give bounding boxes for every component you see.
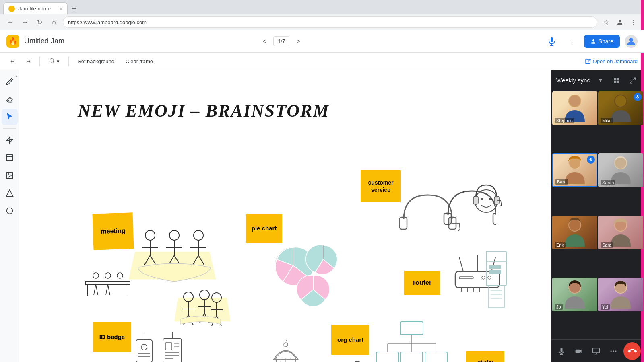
sticky-meeting[interactable]: meeting (92, 212, 134, 250)
sticky-router[interactable]: router (404, 271, 440, 295)
top-toolbar: 🔥 Untitled Jam < 1/7 > ⋮ Share (0, 30, 644, 53)
svg-point-64 (481, 198, 483, 200)
svg-point-45 (200, 290, 209, 300)
shape-tool[interactable] (2, 185, 18, 201)
frame-next-btn[interactable]: > (293, 36, 304, 47)
browser-controls: ← → ↻ ⌂ https://www.jamboard.google.com … (0, 14, 644, 30)
meeting-illustration (130, 225, 219, 298)
sticky-org-chart[interactable]: org chart (331, 325, 369, 355)
mike-name: Mike (601, 118, 613, 123)
svg-line-114 (280, 358, 281, 362)
browser-actions: ☆ ⋮ (601, 16, 639, 28)
profile-btn[interactable] (614, 16, 625, 28)
svg-point-34 (105, 273, 111, 278)
whiteboard[interactable]: NEW EMOJI – BRAINSTORM meeting pie chart… (19, 70, 551, 362)
clear-frame-btn[interactable]: Clear frame (122, 56, 157, 67)
share-button[interactable]: Share (584, 35, 620, 48)
svg-line-29 (192, 255, 198, 265)
video-more-btn[interactable] (607, 344, 621, 358)
address-bar[interactable]: https://www.jamboard.google.com (63, 16, 597, 28)
present-btn[interactable] (589, 344, 603, 358)
bookmark-btn[interactable]: ☆ (601, 16, 612, 28)
device-right-illustration (484, 249, 516, 318)
erik-name: Erik (555, 242, 566, 248)
set-background-btn[interactable]: Set background (74, 56, 118, 67)
frame-prev-btn[interactable]: < (259, 36, 270, 47)
svg-point-16 (145, 230, 155, 240)
open-jamboard-label: Open on Jamboard (593, 58, 638, 64)
user-avatar[interactable] (625, 35, 638, 48)
svg-rect-108 (425, 352, 447, 362)
svg-point-33 (93, 273, 99, 278)
svg-rect-81 (489, 265, 501, 269)
open-jamboard-btn[interactable]: Open on Jamboard (585, 58, 638, 65)
svg-rect-72 (459, 277, 473, 279)
video-camera-btn[interactable] (572, 344, 586, 358)
video-mic-btn[interactable] (555, 344, 569, 358)
url-text: https://www.jamboard.google.com (68, 19, 147, 25)
svg-rect-10 (6, 155, 12, 161)
undo-btn[interactable]: ↩ (6, 56, 19, 67)
browser-chrome: Jam file name × + ← → ↻ ⌂ https://www.ja… (0, 0, 644, 30)
tool-divider-1 (3, 128, 16, 129)
sticky-pie-chart[interactable]: pie chart (246, 214, 282, 243)
refresh-btn[interactable]: ↻ (34, 16, 45, 28)
eraser-tool[interactable] (2, 91, 18, 107)
meeting-header: Weekly sync ▾ (551, 70, 644, 90)
sticky-note-tool[interactable] (2, 150, 18, 166)
mike-speaking-indicator (634, 93, 642, 101)
tab-close-btn[interactable]: × (60, 6, 62, 12)
meeting-dropdown-btn[interactable]: ▾ (594, 74, 607, 87)
hangup-button[interactable] (623, 342, 641, 360)
new-tab-btn[interactable]: + (68, 3, 80, 14)
small-desk-illustration (84, 267, 132, 300)
jo-name: Jo (555, 304, 563, 310)
redo-btn[interactable]: ↪ (22, 56, 35, 67)
svg-rect-107 (400, 352, 423, 362)
svg-point-155 (613, 350, 614, 352)
svg-rect-129 (614, 80, 616, 83)
circle-tool[interactable] (2, 203, 18, 219)
more-options-btn[interactable]: ⋮ (565, 34, 579, 49)
svg-rect-82 (489, 270, 501, 274)
svg-point-65 (489, 198, 491, 200)
video-controls (551, 339, 644, 362)
forward-btn[interactable]: → (19, 16, 31, 28)
stephen-name: Stephen (555, 118, 574, 123)
participant-yol: Yol (598, 278, 643, 311)
meeting-grid-btn[interactable] (610, 74, 623, 87)
frame-indicator[interactable]: 1/7 (273, 36, 289, 46)
app-title[interactable]: Untitled Jam (24, 37, 254, 45)
back-btn[interactable]: ← (5, 16, 16, 28)
image-tool[interactable] (2, 167, 18, 183)
active-tab[interactable]: Jam file name × (3, 2, 68, 14)
svg-line-118 (286, 340, 287, 343)
home-btn[interactable]: ⌂ (48, 16, 60, 28)
zoom-arrow: ▾ (57, 58, 60, 64)
zoom-btn[interactable]: ▾ (45, 55, 64, 68)
extensions-btn[interactable]: ⋮ (628, 16, 639, 28)
svg-point-132 (569, 95, 580, 107)
app-container: 🔥 Untitled Jam < 1/7 > ⋮ Share ↩ ↪ (0, 30, 644, 362)
pen-tool[interactable]: ▾ (2, 74, 18, 90)
svg-point-156 (615, 350, 616, 352)
dropdown-icon: ▾ (599, 76, 602, 84)
select-tool[interactable] (2, 109, 18, 125)
sticky-sticky-note[interactable]: sticky note (466, 351, 504, 362)
svg-line-30 (198, 255, 204, 265)
share-label: Share (599, 38, 613, 45)
participant-erik: Erik (552, 216, 597, 249)
undo-icon: ↩ (10, 58, 15, 64)
meeting-expand-btn[interactable] (626, 74, 639, 87)
sticky-id-badge[interactable]: ID badge (93, 322, 131, 352)
mic-button[interactable] (544, 33, 560, 49)
board-title: NEW EMOJI – BRAINSTORM (78, 101, 330, 121)
svg-rect-4 (591, 42, 595, 44)
svg-rect-83 (488, 286, 504, 308)
participant-sarah: Sarah (598, 153, 643, 187)
svg-point-35 (117, 273, 123, 278)
svg-point-40 (184, 292, 193, 302)
svg-rect-135 (637, 95, 638, 97)
sticky-customer-service[interactable]: customer service (361, 170, 401, 202)
laser-tool[interactable] (2, 132, 18, 148)
